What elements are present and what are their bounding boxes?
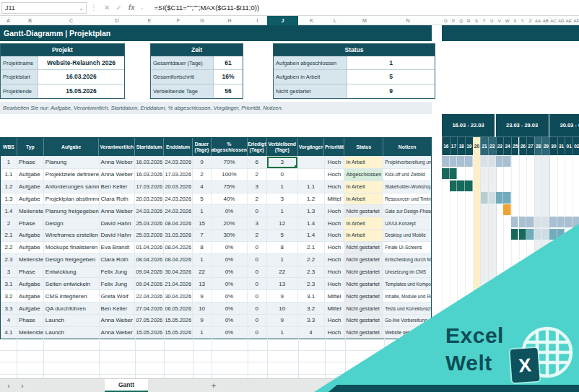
table-cell[interactable]: 0 — [248, 290, 267, 302]
table-cell[interactable]: Go-live Vorbereitung — [383, 315, 431, 326]
table-cell[interactable]: Mittel — [325, 193, 345, 205]
selection-fill-handle[interactable] — [295, 165, 297, 168]
table-cell[interactable]: 24.03.2026 — [135, 205, 164, 217]
table-cell[interactable]: 4 — [193, 181, 212, 193]
column-header-AF[interactable]: AF — [573, 16, 579, 25]
column-header-O[interactable]: O — [442, 16, 450, 25]
table-cell[interactable]: Launch — [44, 315, 100, 326]
table-cell[interactable]: QA durchführen — [44, 302, 100, 314]
table-cell[interactable]: 40% — [212, 193, 248, 205]
table-cell[interactable]: 0% — [212, 302, 248, 314]
table-cell[interactable]: Anna Weber — [100, 327, 136, 339]
table-cell[interactable]: Abgeschlossen — [344, 169, 383, 180]
table-cell[interactable]: Kick-off und Zielbild — [383, 169, 431, 180]
column-header-Y[interactable]: Y — [519, 16, 527, 25]
table-cell[interactable]: 1.4 — [298, 230, 325, 241]
table-cell[interactable]: 1.1 — [298, 181, 325, 193]
table-cell[interactable]: 08.04.2026 — [164, 242, 193, 253]
table-cell[interactable]: Wireframes erstellen — [44, 230, 100, 241]
column-header-J[interactable]: J — [267, 16, 298, 25]
table-cell[interactable]: Phase — [17, 266, 44, 278]
name-box-chevron-icon[interactable]: ⌄ — [79, 5, 84, 12]
table-cell[interactable]: Felix Jung — [100, 278, 136, 289]
formula-input[interactable]: =SI($C11="";"";MAX($G11-$I11;0)) — [154, 4, 260, 12]
insert-function-icon[interactable]: fx — [129, 4, 135, 12]
table-cell[interactable]: 3.1 — [1, 278, 17, 289]
table-cell[interactable]: 30.04.2026 — [164, 266, 193, 278]
table-cell[interactable]: 0% — [212, 315, 248, 326]
table-header-verbleibend-tage-[interactable]: Verbleibend (Tage) — [267, 138, 298, 156]
column-header-G[interactable]: G — [193, 16, 212, 25]
table-cell[interactable]: Aufgabe — [17, 230, 44, 241]
nicht-gestartet-value[interactable]: 9 — [347, 84, 435, 98]
table-cell[interactable]: 0% — [212, 266, 248, 278]
gesamtdauer-label[interactable]: Gesamtdauer (Tage) — [151, 56, 214, 69]
table-cell[interactable]: Aufgabe — [17, 181, 44, 193]
table-cell[interactable]: In Arbeit — [344, 217, 383, 229]
table-cell[interactable]: 2.3 — [298, 278, 325, 289]
table-cell[interactable]: 15.05.2026 — [135, 327, 164, 339]
cancel-entry-icon[interactable]: ✕ — [104, 4, 110, 12]
table-cell[interactable]: Design freigegeben — [44, 254, 100, 266]
column-header-X[interactable]: X — [511, 16, 519, 25]
column-header-Q[interactable]: Q — [457, 16, 465, 25]
panel-projekt-header[interactable]: Projekt — [1, 44, 124, 56]
table-cell[interactable]: 24.03.2026 — [164, 157, 193, 168]
table-cell[interactable]: 3.3 — [298, 315, 325, 326]
table-cell[interactable]: Nicht gestartet — [344, 302, 383, 314]
table-cell[interactable]: 08.04.2026 — [135, 254, 164, 266]
confirm-entry-icon[interactable]: ✓ — [116, 4, 121, 12]
in-arbeit-value[interactable]: 5 — [347, 70, 435, 83]
table-cell[interactable]: 31.03.2026 — [164, 230, 193, 241]
table-header-aufgabe[interactable]: Aufgabe — [44, 138, 100, 156]
table-cell[interactable]: Aufgabe — [17, 278, 44, 289]
table-cell[interactable]: David Hahn — [100, 230, 136, 241]
table-cell[interactable]: 1.4 — [1, 205, 17, 217]
column-header-U[interactable]: U — [488, 16, 496, 25]
table-cell[interactable]: 9 — [193, 290, 212, 302]
table-cell[interactable]: Felix Jung — [100, 266, 136, 278]
column-header-K[interactable]: K — [298, 16, 325, 25]
table-cell[interactable]: Desktop und Mobile — [383, 230, 431, 241]
table-cell[interactable]: 06.05.2026 — [164, 302, 193, 314]
table-cell[interactable]: 9 — [267, 315, 298, 326]
table-cell[interactable]: 9 — [193, 157, 212, 168]
table-cell[interactable]: Ben Keller — [100, 181, 136, 193]
table-cell[interactable]: 2.2 — [298, 254, 325, 266]
table-cell[interactable]: 3.1 — [298, 290, 325, 302]
name-box[interactable]: J11 ⌄ — [1, 2, 87, 14]
table-cell[interactable]: Hoch — [325, 205, 345, 217]
table-cell[interactable]: 10 — [193, 302, 212, 314]
table-cell[interactable]: 2 — [248, 193, 267, 205]
column-header-P[interactable]: P — [450, 16, 458, 25]
panel-status-header[interactable]: Status — [274, 44, 435, 56]
table-cell[interactable]: 15 — [193, 217, 212, 229]
table-cell[interactable]: 1 — [267, 327, 298, 339]
table-cell[interactable]: Nicht gestartet — [344, 278, 383, 289]
table-cell[interactable]: 0 — [248, 302, 267, 314]
table-cell[interactable]: Nicht gestartet — [344, 315, 383, 326]
table-cell[interactable]: 1 — [193, 254, 212, 266]
table-cell[interactable]: 1 — [193, 205, 212, 217]
table-cell[interactable]: Anna Weber — [100, 169, 136, 180]
table-cell[interactable]: Clara Roth — [100, 193, 136, 205]
table-cell[interactable]: Tests und Korrekturschleife — [383, 302, 431, 314]
table-cell[interactable]: 0 — [267, 169, 298, 180]
table-cell[interactable]: Entscheidung durch Management — [383, 254, 431, 266]
table-cell[interactable]: 09.04.2026 — [135, 266, 164, 278]
gesamtfortschritt-value[interactable]: 16% — [214, 70, 243, 83]
table-cell[interactable]: 22 — [193, 266, 212, 278]
table-cell[interactable]: 4 — [1, 315, 17, 326]
table-cell[interactable]: 8 — [193, 242, 212, 253]
table-cell[interactable]: Nicht gestartet — [344, 327, 383, 339]
table-cell[interactable]: Templates und Komponenten — [383, 278, 431, 289]
in-arbeit-label[interactable]: Aufgaben in Arbeit — [274, 70, 347, 83]
column-header-AE[interactable]: AE — [565, 16, 573, 25]
projektende-value[interactable]: 15.05.2026 — [38, 84, 124, 98]
table-cell[interactable]: In Arbeit — [344, 193, 383, 205]
column-header-V[interactable]: V — [496, 16, 504, 25]
column-header-T[interactable]: T — [480, 16, 488, 25]
table-cell[interactable]: 20.03.2026 — [135, 193, 164, 205]
table-cell[interactable]: 08.04.2026 — [164, 217, 193, 229]
column-header-A[interactable]: A — [0, 16, 17, 25]
